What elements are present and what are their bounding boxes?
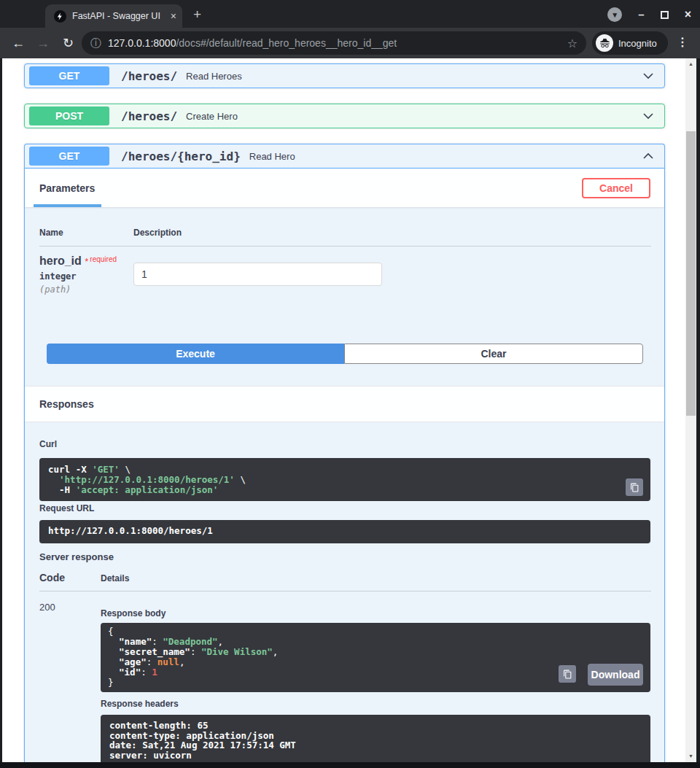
parameter-type: integer	[39, 271, 117, 282]
required-label: required	[90, 255, 117, 263]
hero-id-input[interactable]	[133, 263, 382, 286]
table-header-divider	[39, 246, 651, 247]
cancel-button[interactable]: Cancel	[582, 178, 650, 198]
scrollbar-thumb[interactable]	[686, 131, 696, 416]
scroll-down-icon[interactable]: ▼	[685, 750, 696, 761]
clear-button[interactable]: Clear	[344, 344, 643, 364]
forward-icon[interactable]: →	[36, 36, 50, 51]
chevron-down-icon[interactable]	[641, 69, 656, 83]
new-tab-button[interactable]: +	[193, 7, 201, 21]
parameter-name: hero_id	[39, 255, 82, 267]
active-tab-underline	[34, 204, 101, 207]
copy-curl-button[interactable]	[626, 478, 643, 496]
maximize-button[interactable]	[661, 11, 669, 19]
response-headers-label: Response headers	[101, 699, 179, 709]
required-star: *	[85, 256, 88, 267]
parameter-row: hero_id *required integer (path)	[39, 255, 117, 295]
url-bar[interactable]: ⓘ 127.0.0.1:8000/docs#/default/read_hero…	[82, 31, 586, 55]
response-headers-text: content-length: 65 content-type: applica…	[101, 715, 650, 762]
tab-parameters[interactable]: Parameters	[39, 182, 95, 194]
column-header-description: Description	[133, 228, 182, 238]
parameter-location: (path)	[39, 284, 117, 295]
endpoint-path: /heroes/	[121, 109, 177, 123]
reload-icon[interactable]: ↻	[63, 35, 74, 51]
request-url-label: Request URL	[39, 503, 94, 513]
method-badge-get: GET	[29, 66, 109, 85]
endpoint-post-heroes[interactable]: POST /heroes/ Create Hero	[24, 104, 665, 128]
swagger-page: GET /heroes/ Read Heroes POST /heroes/ C…	[2, 58, 696, 762]
browser-toolbar: ← → ↻ ⓘ 127.0.0.1:8000/docs#/default/rea…	[0, 28, 700, 58]
tab-strip: FastAPI - Swagger UI × + ▼ – ×	[0, 0, 700, 28]
scrollbar[interactable]: ▲ ▼	[685, 58, 696, 762]
column-header-code: Code	[39, 572, 65, 583]
browser-menu-icon[interactable]: ⋮	[677, 35, 688, 49]
copy-response-button[interactable]	[559, 665, 576, 683]
chevron-down-icon[interactable]	[641, 109, 656, 123]
endpoint-get-hero-by-id: GET /heroes/{hero_id} Read Hero Paramete…	[24, 144, 665, 762]
endpoint-path: /heroes/{hero_id}	[121, 150, 241, 163]
url-text: 127.0.0.1:8000/docs#/default/read_hero_h…	[108, 37, 561, 49]
response-body-label: Response body	[101, 608, 166, 618]
incognito-icon	[596, 34, 613, 52]
responses-title: Responses	[39, 398, 94, 410]
site-info-icon[interactable]: ⓘ	[90, 36, 101, 50]
code-table-divider	[39, 591, 651, 591]
minimize-button[interactable]: –	[638, 11, 644, 18]
execute-row: Execute Clear	[47, 344, 643, 364]
column-header-name: Name	[39, 228, 63, 238]
incognito-label: Incognito	[618, 38, 657, 49]
request-url-block: http://127.0.0.1:8000/heroes/1	[39, 520, 650, 543]
url-path: /docs#/default/read_hero_heroes__hero_id…	[176, 37, 397, 49]
column-header-details: Details	[101, 573, 129, 583]
close-button[interactable]: ×	[685, 8, 691, 21]
endpoint-get-heroes[interactable]: GET /heroes/ Read Heroes	[24, 63, 665, 88]
download-button[interactable]: Download	[588, 664, 643, 686]
scroll-up-icon[interactable]: ▲	[685, 58, 696, 69]
endpoint-summary: Read Heroes	[186, 71, 242, 82]
request-url-value: http://127.0.0.1:8000/heroes/1	[39, 520, 650, 542]
response-body-block: { "name": "Deadpond", "secret_name": "Di…	[101, 623, 650, 692]
endpoint-summary: Create Hero	[186, 111, 238, 122]
bookmark-star-icon[interactable]: ☆	[567, 36, 578, 50]
curl-code-block: curl -X 'GET' \ 'http://127.0.0.1:8000/h…	[39, 458, 650, 501]
curl-label: Curl	[39, 439, 57, 449]
response-headers-block: content-length: 65 content-type: applica…	[101, 715, 650, 762]
parameters-section-header: Parameters Cancel	[25, 169, 664, 207]
back-icon[interactable]: ←	[12, 36, 25, 51]
browser-window: FastAPI - Swagger UI × + ▼ – × ← → ↻ ⓘ 1…	[0, 0, 700, 768]
execute-button[interactable]: Execute	[47, 344, 344, 364]
chevron-up-icon[interactable]	[641, 149, 656, 163]
method-badge-get: GET	[29, 147, 109, 166]
browser-update-icon[interactable]: ▼	[607, 7, 622, 22]
window-bottom-edge	[0, 762, 700, 768]
browser-tab[interactable]: FastAPI - Swagger UI ×	[45, 4, 182, 28]
curl-command: curl -X 'GET' \ 'http://127.0.0.1:8000/h…	[39, 458, 650, 502]
method-badge-post: POST	[29, 106, 109, 125]
endpoint-summary: Read Hero	[249, 151, 295, 162]
url-host: 127.0.0.1:8000	[108, 37, 176, 49]
tab-title: FastAPI - Swagger UI	[72, 11, 166, 21]
endpoint-path: /heroes/	[121, 69, 177, 83]
server-response-label: Server response	[39, 551, 114, 562]
endpoint-header[interactable]: GET /heroes/{hero_id} Read Hero	[25, 144, 664, 168]
responses-section-header: Responses	[25, 386, 664, 422]
fastapi-favicon-icon	[54, 10, 66, 23]
tab-close-icon[interactable]: ×	[171, 10, 176, 22]
incognito-badge: Incognito	[592, 31, 668, 55]
status-code: 200	[39, 602, 55, 613]
